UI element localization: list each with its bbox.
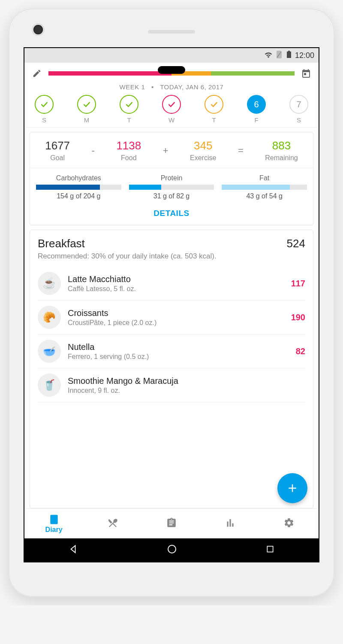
day-label: T xyxy=(212,116,216,124)
android-nav-bar xyxy=(24,538,319,562)
tab-stats[interactable] xyxy=(201,517,260,530)
macro-value: 154 g of 204 g xyxy=(36,192,121,200)
food-name: Croissants xyxy=(68,308,284,318)
day-label: T xyxy=(127,116,131,124)
meal-total-cal: 524 xyxy=(287,237,305,250)
day-label: S xyxy=(297,116,301,124)
food-thumbnail: 🥤 xyxy=(38,374,61,397)
week-label: WEEK 1 xyxy=(120,83,145,91)
food-name: Smoothie Mango & Maracuja xyxy=(68,376,298,386)
check-icon xyxy=(205,95,223,114)
macro-bar xyxy=(222,185,307,190)
day-label: S xyxy=(42,116,46,124)
gear-icon xyxy=(283,517,295,530)
progress-seg-3 xyxy=(211,71,295,76)
date-label: TODAY, JAN 6, 2017 xyxy=(160,83,223,91)
clipboard-icon xyxy=(166,517,177,530)
details-button[interactable]: DETAILS xyxy=(30,203,313,225)
food-desc: Caffè Latesso, 5 fl. oz. xyxy=(68,285,284,293)
sim-icon xyxy=(276,51,283,61)
food-thumbnail: 🥣 xyxy=(38,340,61,363)
home-icon[interactable] xyxy=(167,544,177,556)
back-icon[interactable] xyxy=(69,544,78,556)
day-4[interactable]: T xyxy=(202,95,226,124)
macro-name: Fat xyxy=(222,174,307,182)
food-item[interactable]: 🥣NutellaFerrero, 1 serving (0.5 oz.)82 xyxy=(38,334,305,368)
svg-point-2 xyxy=(168,545,176,553)
check-icon xyxy=(77,95,96,114)
bar-chart-icon xyxy=(225,517,236,530)
battery-icon xyxy=(286,51,292,61)
day-0[interactable]: S xyxy=(32,95,56,124)
day-1[interactable]: M xyxy=(75,95,99,124)
macro-fat: Fat43 g of 54 g xyxy=(222,174,307,200)
day-2[interactable]: T xyxy=(117,95,141,124)
macro-name: Protein xyxy=(129,174,214,182)
food-item[interactable]: ☕Latte MacchiattoCaffè Latesso, 5 fl. oz… xyxy=(38,267,305,301)
bottom-tabbar: Diary xyxy=(24,508,319,538)
food-stat: 1138 Food xyxy=(116,139,141,162)
check-icon xyxy=(120,95,138,114)
svg-rect-1 xyxy=(288,51,290,52)
macro-bar xyxy=(129,185,214,190)
meal-recommendation: Recommended: 30% of your daily intake (c… xyxy=(38,252,305,261)
calendar-icon[interactable] xyxy=(300,67,313,80)
edit-icon[interactable] xyxy=(30,67,43,80)
food-name: Nutella xyxy=(68,342,289,352)
status-time: 12:00 xyxy=(295,51,314,60)
day-6[interactable]: 7S xyxy=(287,95,311,124)
macro-value: 31 g of 82 g xyxy=(129,192,214,200)
day-label: F xyxy=(254,116,258,124)
day-label: M xyxy=(84,116,90,124)
macro-value: 43 g of 54 g xyxy=(222,192,307,200)
day-5[interactable]: 6F xyxy=(244,95,268,124)
meal-title: Breakfast xyxy=(38,237,85,250)
macro-protein: Protein31 g of 82 g xyxy=(129,174,214,200)
wifi-icon xyxy=(264,51,273,60)
day-number: 7 xyxy=(289,95,308,114)
breakfast-card: Breakfast 524 Recommended: 30% of your d… xyxy=(30,230,313,508)
food-calories: 190 xyxy=(291,313,305,322)
food-thumbnail: 🥐 xyxy=(38,306,61,329)
food-item[interactable]: 🥐CroissantsCroustiPâte, 1 piece (2.0 oz.… xyxy=(38,301,305,334)
tab-diary-label: Diary xyxy=(45,526,63,534)
goal-stat: 1677 Goal xyxy=(45,139,70,162)
food-calories: 82 xyxy=(296,346,305,356)
food-desc: Ferrero, 1 serving (0.5 oz.) xyxy=(68,353,289,361)
exercise-stat: 345 Exercise xyxy=(190,139,216,162)
macro-name: Carbohydrates xyxy=(36,174,121,182)
check-icon xyxy=(35,95,54,114)
food-name: Latte Macchiatto xyxy=(68,274,284,284)
tab-recipes[interactable] xyxy=(83,517,142,530)
check-icon xyxy=(162,95,181,114)
add-fab[interactable] xyxy=(277,473,307,503)
tab-diary[interactable]: Diary xyxy=(24,514,83,534)
tab-plans[interactable] xyxy=(142,517,201,530)
day-label: W xyxy=(168,116,175,124)
food-desc: Innocent, 9 fl. oz. xyxy=(68,387,298,395)
day-3[interactable]: W xyxy=(159,95,184,124)
tab-settings[interactable] xyxy=(260,517,319,530)
recent-icon[interactable] xyxy=(266,545,274,555)
macro-bar xyxy=(36,185,121,190)
food-thumbnail: ☕ xyxy=(38,272,61,295)
svg-rect-0 xyxy=(287,52,291,58)
food-calories: 117 xyxy=(291,279,305,289)
summary-card: 1677 Goal - 1138 Food + 345 Exercise = xyxy=(30,132,313,225)
progress-seg-1 xyxy=(48,71,172,76)
macro-carbohydrates: Carbohydrates154 g of 204 g xyxy=(36,174,121,200)
utensils-icon xyxy=(107,517,118,530)
day-number: 6 xyxy=(247,95,266,114)
status-bar: 12:00 xyxy=(24,48,319,63)
food-desc: CroustiPâte, 1 piece (2.0 oz.) xyxy=(68,319,284,327)
svg-rect-3 xyxy=(267,546,273,552)
food-item[interactable]: 🥤Smoothie Mango & MaracujaInnocent, 9 fl… xyxy=(38,368,305,402)
remaining-stat: 883 Remaining xyxy=(265,139,298,162)
